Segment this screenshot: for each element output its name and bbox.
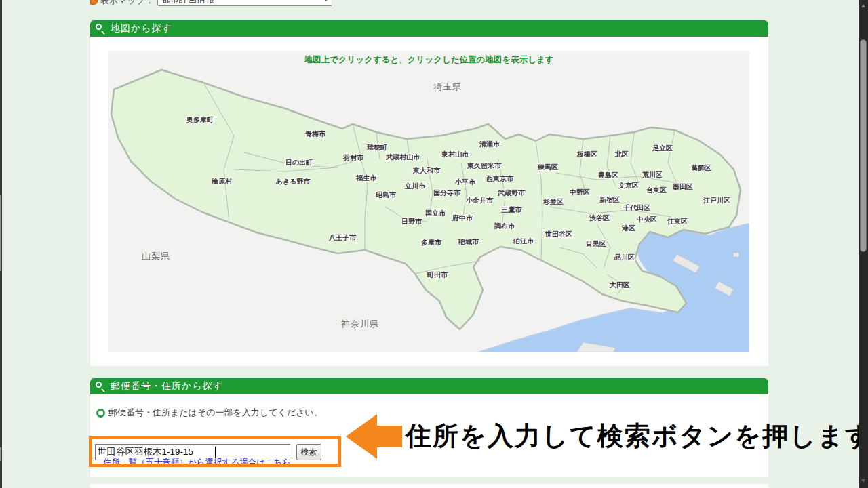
map-label-municipality: 新宿区 [599,195,620,205]
map-label-municipality: 武蔵野市 [498,188,525,198]
map-label-municipality: 文京区 [618,181,639,190]
map-label-municipality: 中野区 [570,188,590,197]
map-label-municipality: 羽村市 [343,153,363,163]
map-label-municipality: 江戸川区 [703,196,730,205]
map-label-municipality: 福生市 [356,174,376,183]
map-label-municipality: 目黒区 [586,239,606,249]
map-label-municipality: 武蔵村山市 [386,152,420,162]
tutorial-arrow-icon [377,426,402,447]
radio-option-postal-address[interactable]: 郵便番号・住所またはその一部を入力してください。 [96,407,323,419]
tutorial-annotation-text: 住所を入力して検索ボタンを押します [406,419,860,453]
map-panel-title: 地図から探す [111,22,172,35]
map-label-municipality: 荒川区 [642,170,663,180]
search-icon [96,24,106,34]
map-marker-icon [90,0,98,5]
map-label-municipality: 国立市 [425,209,446,218]
map-label-municipality: 青梅市 [305,129,326,139]
map-label-municipality: あきる野市 [276,177,311,186]
map-type-label: 表示マップ： [100,0,154,7]
vertical-scrollbar[interactable]: ▲ ▼ [859,0,868,488]
map-label-municipality: 練馬区 [538,163,558,172]
map-label-municipality: 小金井市 [466,196,493,205]
chevron-down-icon: ▼ [323,0,330,3]
map-label-municipality: 稲城市 [458,237,479,247]
map-label-municipality: 三鷹市 [501,205,521,215]
radio-icon[interactable] [96,409,105,418]
map-label-prefecture: 埼玉県 [433,81,462,93]
map-panel-header: 地図から探す [90,20,768,37]
map-label-municipality: 台東区 [646,186,667,195]
map-label-municipality: 北区 [615,150,629,159]
window-left-edge [0,0,2,488]
map-type-select[interactable]: 都市計画情報 ▼ [157,0,332,6]
map-label-municipality: 府中市 [452,214,473,223]
map-label-municipality: 杉並区 [543,197,564,207]
map-type-selected-value: 都市計画情報 [161,0,214,4]
map-label-municipality: 奥多摩町 [186,115,214,125]
map-label-municipality: 調布市 [494,222,515,231]
map-label-municipality: 町田市 [427,270,448,280]
map-label-municipality: 檜原村 [212,177,232,186]
map-label-municipality: 足立区 [652,144,673,153]
map-label-municipality: 豊島区 [598,171,618,180]
map-label-municipality: 小平市 [455,178,475,187]
map-label-municipality: 清瀬市 [479,140,500,149]
map-label-municipality: 日野市 [401,217,422,226]
radio-postal-label: 郵便番号・住所またはその一部を入力してください。 [108,407,323,419]
map-label-municipality: 日の出町 [285,158,313,167]
map-search-panel: 地図から探す [90,20,768,366]
map-label-municipality: 墨田区 [673,182,693,192]
map-label-municipality: 世田谷区 [545,230,572,239]
map-label-municipality: 港区 [622,224,635,233]
map-label-municipality: 八王子市 [329,233,356,243]
map-label-municipality: 国分寺市 [433,188,460,198]
scroll-down-icon[interactable]: ▼ [859,476,868,485]
map-label-municipality: 立川市 [405,182,425,191]
map-type-toolbar: 表示マップ： 都市計画情報 ▼ [90,0,768,8]
map-label-municipality: 西東京市 [486,174,513,184]
map-label-municipality: 東久留米市 [467,161,501,171]
map-label-municipality: 大田区 [610,281,630,290]
map-label-prefecture: 神奈川県 [341,318,379,330]
scroll-up-icon[interactable]: ▲ [859,1,868,10]
scrollbar-thumb[interactable] [860,39,867,252]
address-panel-title: 郵便番号・住所から探す [111,380,223,392]
map-label-prefecture: 山梨県 [142,250,170,262]
search-icon [96,382,106,392]
map-labels: 奥多摩町青梅市瑞穂町羽村市日の出町檜原村あきる野市福生市昭島市八王子市武蔵村山市… [108,51,749,352]
form-divider [90,477,768,484]
map-label-municipality: 瑞穂町 [367,143,387,152]
map-label-municipality: 渋谷区 [589,214,610,223]
map-label-municipality: 中央区 [637,215,657,224]
tutorial-arrow-icon [346,414,377,459]
map-label-municipality: 葛飾区 [691,163,711,173]
map-label-municipality: 昭島市 [376,190,396,200]
map-label-municipality: 多摩市 [421,238,441,247]
address-panel-header: 郵便番号・住所から探す [90,378,768,394]
map-label-municipality: 品川区 [614,253,635,262]
map-label-municipality: 板橋区 [577,150,597,159]
map-label-municipality: 江東区 [667,217,688,226]
map-label-municipality: 狛江市 [513,237,534,246]
tokyo-map[interactable]: 地図上でクリックすると、クリックした位置の地図を表示します 奥多摩町青梅市瑞穂町… [108,51,749,352]
map-label-municipality: 東村山市 [441,150,469,159]
map-label-municipality: 東大和市 [413,166,440,176]
tutorial-highlight-box [89,436,341,467]
map-label-municipality: 千代田区 [623,203,650,213]
